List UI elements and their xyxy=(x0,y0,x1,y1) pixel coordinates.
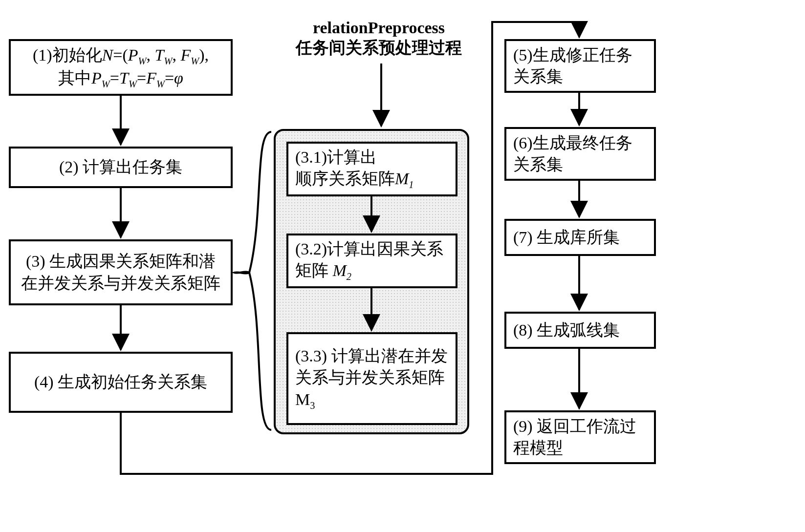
node-2-compute-task-set: (2) 计算出任务集 xyxy=(9,147,233,188)
node-4-text: (4) 生成初始任务关系集 xyxy=(34,371,207,393)
node-3-1-order-matrix: (3.1)计算出顺序关系矩阵M1 xyxy=(286,142,457,196)
node-3-1-text: (3.1)计算出顺序关系矩阵M1 xyxy=(295,147,414,192)
node-7-text: (7) 生成库所集 xyxy=(513,227,620,248)
node-6-final-task-relation-set: (6)生成最终任务关系集 xyxy=(504,127,656,181)
node-9-return-workflow-model: (9) 返回工作流过程模型 xyxy=(504,410,656,464)
brace-3-to-panel xyxy=(235,132,271,430)
node-2-text: (2) 计算出任务集 xyxy=(59,156,182,178)
node-9-text: (9) 返回工作流过程模型 xyxy=(513,416,647,459)
relation-preprocess-label: relationPreprocess 任务间关系预处理过程 xyxy=(279,18,479,58)
node-4-initial-task-relation-set: (4) 生成初始任务关系集 xyxy=(9,352,233,413)
node-7-place-set: (7) 生成库所集 xyxy=(504,219,656,256)
label-zh: 任务间关系预处理过程 xyxy=(296,39,462,57)
node-1-initialize-N: (1)初始化N=(PW, TW, FW),其中PW=TW=FW=φ xyxy=(9,39,233,96)
node-6-text: (6)生成最终任务关系集 xyxy=(513,132,647,175)
label-en: relationPreprocess xyxy=(313,19,445,37)
node-8-arc-set: (8) 生成弧线集 xyxy=(504,312,656,349)
node-3-2-text: (3.2)计算出因果关系矩阵 M2 xyxy=(295,238,449,283)
node-3-2-causal-matrix: (3.2)计算出因果关系矩阵 M2 xyxy=(286,234,457,288)
node-3-generate-matrices: (3) 生成因果关系矩阵和潜在并发关系与并发关系矩阵 xyxy=(9,239,233,305)
node-5-corrected-task-relation-set: (5)生成修正任务关系集 xyxy=(504,39,656,93)
node-3-3-concurrent-matrix: (3.3) 计算出潜在并发关系与并发关系矩阵M3 xyxy=(286,332,457,425)
node-3-3-text: (3.3) 计算出潜在并发关系与并发关系矩阵M3 xyxy=(295,345,449,412)
node-5-text: (5)生成修正任务关系集 xyxy=(513,44,647,87)
node-3-text: (3) 生成因果关系矩阵和潜在并发关系与并发关系矩阵 xyxy=(18,251,224,294)
node-8-text: (8) 生成弧线集 xyxy=(513,319,620,341)
node-1-text: (1)初始化N=(PW, TW, FW),其中PW=TW=FW=φ xyxy=(33,44,209,91)
